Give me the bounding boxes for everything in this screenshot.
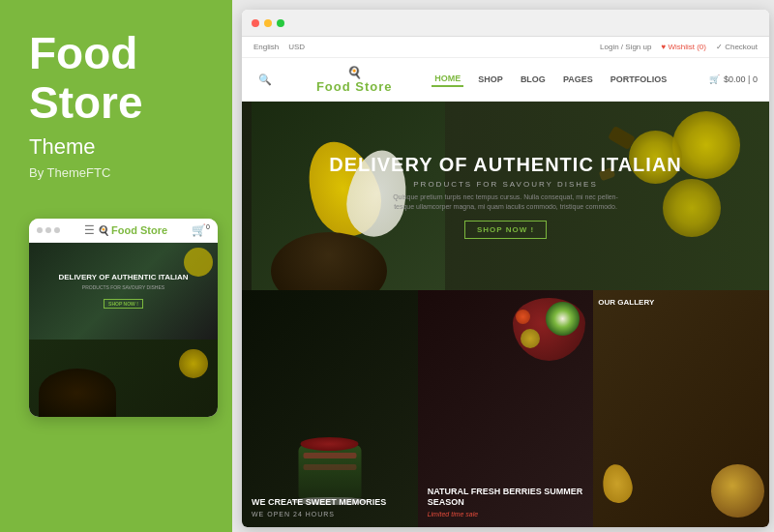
fresh-berries-overlay: NATURAL FRESH BERRIES SUMMER SEASON Limi… bbox=[418, 290, 594, 527]
mobile-bowl-icon bbox=[39, 369, 116, 417]
language-selector[interactable]: English bbox=[253, 43, 279, 51]
search-icon[interactable]: 🔍 bbox=[258, 74, 272, 86]
gallery-title: OUR GALLERY bbox=[598, 298, 764, 307]
utility-left: English USD bbox=[253, 43, 305, 51]
app-subtitle: Theme bbox=[29, 134, 213, 160]
cart-area[interactable]: 🛒 $0.00 | 0 bbox=[709, 74, 758, 84]
browser-minimize-button[interactable] bbox=[264, 19, 272, 27]
card-1-title: WE CREATE SWEET MEMORIES bbox=[252, 497, 408, 509]
hero-content: DELIVERY OF AUTHENTIC ITALIAN PRODUCTS F… bbox=[242, 102, 769, 290]
hero-section: DELIVERY OF AUTHENTIC ITALIAN PRODUCTS F… bbox=[242, 102, 769, 290]
nav-shop[interactable]: SHOP bbox=[475, 73, 506, 86]
gallery-label-area: OUR GALLERY bbox=[598, 298, 764, 307]
mobile-hero: DELIVERY OF AUTHENTIC ITALIAN PRODUCTS F… bbox=[29, 243, 218, 340]
mobile-top-bar: ☰ 🍳 Food Store 🛒0 bbox=[29, 219, 218, 243]
hero-description: Quisque pretium turpis nec tempus cursus… bbox=[385, 192, 627, 213]
chef-hat-icon: 🍳 bbox=[98, 225, 109, 236]
currency-selector[interactable]: USD bbox=[288, 43, 305, 51]
app-author: By ThemeFTC bbox=[29, 165, 213, 180]
browser-top-bar bbox=[242, 10, 769, 37]
mobile-hero-subtitle: PRODUCTS FOR SAVOURY DISHES bbox=[58, 284, 188, 290]
right-panel: English USD Login / Sign up ♥ Wishlist (… bbox=[232, 0, 774, 532]
mobile-food-area bbox=[29, 340, 218, 417]
login-link[interactable]: Login / Sign up bbox=[600, 43, 651, 51]
checkout-link[interactable]: ✓ Checkout bbox=[716, 43, 758, 51]
site-logo-text[interactable]: Food Store bbox=[316, 79, 393, 94]
sweet-memories-card: WE CREATE SWEET MEMORIES WE OPEN 24 HOUR… bbox=[242, 290, 418, 527]
mobile-hamburger-icon: ☰ bbox=[84, 223, 95, 237]
mobile-header: ☰ 🍳 Food Store bbox=[84, 223, 167, 237]
site-nav: HOME SHOP BLOG PAGES PORTFOLIOS bbox=[432, 72, 670, 87]
mobile-dot-3 bbox=[54, 227, 60, 233]
fresh-berries-card: NATURAL FRESH BERRIES SUMMER SEASON Limi… bbox=[418, 290, 594, 527]
site-chef-hat-icon: 🍳 bbox=[347, 66, 362, 79]
card-2-sale: Limited time sale bbox=[428, 511, 584, 517]
cart-total: $0.00 | 0 bbox=[724, 74, 758, 84]
mobile-dot-1 bbox=[37, 227, 43, 233]
card-2-title: NATURAL FRESH BERRIES SUMMER SEASON bbox=[428, 487, 584, 509]
card-1-subtitle: WE OPEN 24 HOURS bbox=[252, 511, 408, 517]
search-area: 🔍 bbox=[253, 74, 277, 86]
browser-maximize-button[interactable] bbox=[277, 19, 284, 27]
gallery-food-circle bbox=[711, 464, 764, 517]
utility-bar: English USD Login / Sign up ♥ Wishlist (… bbox=[242, 37, 769, 58]
nav-pages[interactable]: PAGES bbox=[560, 73, 596, 86]
mobile-dot-2 bbox=[45, 227, 51, 233]
nav-blog[interactable]: BLOG bbox=[518, 73, 549, 86]
cart-icon: 🛒 bbox=[709, 74, 720, 84]
mobile-hero-text: DELIVERY OF AUTHENTIC ITALIAN PRODUCTS F… bbox=[53, 268, 193, 314]
wishlist-link[interactable]: ♥ Wishlist (0) bbox=[661, 43, 706, 51]
gallery-card: OUR GALLERY bbox=[593, 290, 769, 527]
nav-portfolios[interactable]: PORTFOLIOS bbox=[608, 73, 670, 86]
browser-window: English USD Login / Sign up ♥ Wishlist (… bbox=[242, 10, 769, 527]
site-header: 🔍 🍳 Food Store HOME SHOP BLOG PAGES PORT… bbox=[242, 58, 769, 102]
nav-home[interactable]: HOME bbox=[432, 72, 463, 87]
hero-shop-now-button[interactable]: SHOP NOW ! bbox=[464, 221, 547, 239]
browser-content: English USD Login / Sign up ♥ Wishlist (… bbox=[242, 37, 769, 527]
site-logo: 🍳 Food Store bbox=[316, 66, 393, 94]
hero-title: DELIVERY OF AUTHENTIC ITALIAN bbox=[329, 154, 682, 176]
sweet-memories-overlay: WE CREATE SWEET MEMORIES WE OPEN 24 HOUR… bbox=[242, 290, 418, 527]
mobile-dots bbox=[37, 227, 60, 233]
browser-close-button[interactable] bbox=[252, 19, 259, 27]
mobile-cart-icon: 🛒0 bbox=[192, 223, 210, 237]
mobile-hero-title: DELIVERY OF AUTHENTIC ITALIAN bbox=[58, 273, 188, 282]
app-title: Food Store bbox=[29, 29, 213, 127]
utility-right: Login / Sign up ♥ Wishlist (0) ✓ Checkou… bbox=[600, 43, 758, 51]
hero-subtitle: PRODUCTS FOR SAVOURY DISHES bbox=[413, 180, 597, 189]
gallery-flower-petal bbox=[600, 462, 635, 506]
left-panel: Food Store Theme By ThemeFTC ☰ 🍳 Food St… bbox=[0, 0, 232, 532]
mobile-shop-now-button[interactable]: SHOP NOW ! bbox=[104, 299, 143, 309]
mobile-lemon-icon bbox=[179, 349, 208, 378]
mobile-mockup: ☰ 🍳 Food Store 🛒0 DELIVERY OF AUTHENTIC … bbox=[29, 219, 218, 417]
mobile-logo: 🍳 Food Store bbox=[98, 224, 167, 236]
gallery-flower bbox=[603, 464, 641, 522]
bottom-cards-section: WE CREATE SWEET MEMORIES WE OPEN 24 HOUR… bbox=[242, 290, 769, 527]
